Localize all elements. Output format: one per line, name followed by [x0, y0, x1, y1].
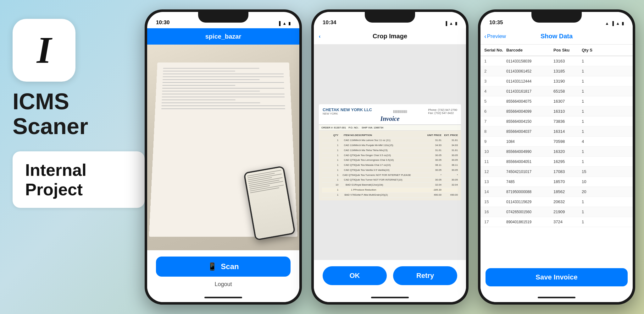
- td-qty: 1: [582, 209, 597, 214]
- phone-2-status-icons: ▐ ▲ ▮: [444, 21, 457, 26]
- table-row: 9 1084 70598 4: [480, 137, 633, 147]
- td-serial: 15: [484, 199, 506, 204]
- company-address: NEW YORK: [323, 112, 372, 115]
- retry-button[interactable]: Retry: [393, 266, 457, 285]
- td-serial: 2: [484, 69, 506, 73]
- th-serial: Serial No.: [484, 48, 506, 52]
- td-serial: 9: [484, 139, 506, 144]
- td-pos: 13163: [553, 59, 582, 63]
- save-invoice-button[interactable]: Save Invoice: [486, 268, 628, 286]
- td-qty: 1: [582, 79, 597, 84]
- phone-3-status-icons: ▲ ▐ ▲ ▮: [605, 21, 624, 26]
- table-row: 17 890401861519 3724 1: [480, 217, 633, 227]
- inv-qty: 1: [322, 138, 338, 143]
- td-pos: 13185: [553, 69, 582, 73]
- phone-2-notch: [365, 12, 415, 23]
- td-qty: 1: [582, 199, 597, 204]
- doc-line: [162, 88, 284, 89]
- inv-row: 1 CAD 11M Mirch Ma Punjabi Mi-MM 110z(15…: [322, 143, 458, 148]
- inv-th-price: UNIT PRICE: [425, 133, 441, 138]
- td-serial: 4: [484, 89, 506, 94]
- table-row: 2 011433061452 13185 1: [480, 66, 633, 76]
- th-qty: Qty S: [582, 48, 597, 52]
- phone-1-home: [147, 293, 299, 302]
- back-button[interactable]: ‹: [319, 34, 320, 39]
- td-pos: 70598: [553, 139, 582, 144]
- td-barcode: 011433161817: [506, 89, 553, 94]
- scan-button[interactable]: 📱 Scan: [156, 257, 291, 277]
- td-pos: 65158: [553, 89, 582, 94]
- doc-line: [163, 74, 284, 74]
- phone-2-nav-title: Crop Image: [373, 33, 407, 40]
- phone-1-navbar: spice_bazar: [147, 28, 299, 45]
- phone-2-home: [314, 293, 466, 302]
- td-barcode: 011433158039: [506, 59, 553, 63]
- inv-row: 1 1 P Produce Reduction -185.30: [322, 188, 458, 193]
- td-barcode: 011433061452: [506, 69, 553, 73]
- td-barcode: 855664004099: [506, 109, 553, 114]
- td-pos: 16307: [553, 99, 582, 104]
- table-row: 10 855664004990 16320 1: [480, 147, 633, 157]
- doc-line: [162, 94, 285, 95]
- back-chevron-icon: ‹: [484, 33, 486, 40]
- td-barcode: 011433115629: [506, 200, 553, 204]
- td-serial: 1: [484, 59, 506, 63]
- inv-row: 1 CAD QT9 Quik Tea Masala Chai 17 oz(10)…: [322, 163, 458, 168]
- td-barcode: 855664004037: [506, 129, 553, 134]
- table-row: 7 855664004150 73836 1: [480, 116, 633, 127]
- signal-icon: ▐: [444, 21, 447, 26]
- doc-line: [162, 85, 235, 86]
- td-qty: 1: [582, 89, 597, 94]
- td-barcode: 855664004990: [506, 149, 553, 154]
- location-icon: ▲: [605, 21, 609, 26]
- phone-in-hand: [211, 143, 299, 250]
- app-info-section: I ICMSScaner Internal Project: [13, 19, 145, 208]
- table-row: 8 855664004037 16314 1: [480, 127, 633, 137]
- td-serial: 16: [484, 209, 506, 214]
- invoice-body: QTY ITEM NO. DESCRIPTION UNIT PRICE EXT.…: [319, 131, 461, 200]
- td-qty: 20: [582, 189, 597, 194]
- order-info: ORDER #: 61307-001: [321, 126, 346, 129]
- td-serial: 11: [484, 159, 506, 164]
- td-pos: 21909: [553, 209, 582, 214]
- doc-line: [161, 108, 285, 109]
- doc-line: [162, 100, 236, 100]
- inv-row: 1 BAD V78 Sofat P Atta MultiGrain(20)(2)…: [322, 193, 458, 198]
- signal-icon: ▐: [278, 21, 280, 26]
- td-serial: 10: [484, 149, 506, 154]
- doc-line: [163, 68, 259, 69]
- ok-button[interactable]: OK: [323, 266, 387, 285]
- td-pos: 16310: [553, 109, 582, 114]
- crop-buttons-area: OK Retry: [314, 260, 466, 293]
- logout-button[interactable]: Logout: [214, 281, 232, 288]
- inv-ext: 31.61: [441, 138, 458, 143]
- td-serial: 6: [484, 109, 506, 114]
- td-barcode: 871950000088: [506, 190, 553, 194]
- save-invoice-bar: Save Invoice: [480, 264, 633, 293]
- table-row: 1 011433158039 13163 1: [480, 56, 633, 66]
- wifi-icon: ▲: [282, 21, 286, 26]
- back-chevron-icon: ‹: [319, 34, 320, 39]
- inv-row: 1 CAD QT64 Quik Tea Turmeric NOT FOR INT…: [322, 173, 458, 178]
- phone-2-frame: 10:34 ▐ ▲ ▮ ‹ Crop Image: [311, 9, 469, 305]
- phone-1-status-icons: ▐ ▲ ▮: [278, 21, 291, 26]
- doc-line: [162, 97, 285, 97]
- td-barcode: 890401861519: [506, 220, 553, 224]
- inv-th-item: ITEM NO.: [338, 133, 355, 138]
- preview-label: Preview: [487, 33, 506, 40]
- phone-1-time: 10:30: [156, 19, 169, 26]
- preview-back-button[interactable]: ‹ Preview: [484, 33, 506, 40]
- td-qty: 1: [582, 219, 597, 224]
- table-row: 13 7485 18570 10: [480, 177, 633, 187]
- phone-2-navbar: ‹ Crop Image: [314, 28, 466, 45]
- internal-project-badge: Internal Project: [13, 151, 145, 208]
- inv-header-row: QTY ITEM NO. DESCRIPTION UNIT PRICE EXT.…: [322, 133, 458, 138]
- inv-item: CAD 11M: [338, 138, 355, 143]
- app-icon-letter: I: [37, 29, 52, 72]
- td-barcode: 1084: [506, 139, 553, 144]
- doc-line: [163, 77, 284, 77]
- invoice-contact: Phone: (732) 947-2790Fax: (732) 547-3422: [428, 108, 457, 115]
- inv-row: 1 CAD QT9 Quik Tea Turner NOT FOR INTERN…: [322, 178, 458, 183]
- td-qty: 1: [582, 99, 597, 104]
- th-pos: Pos Sku: [553, 48, 582, 52]
